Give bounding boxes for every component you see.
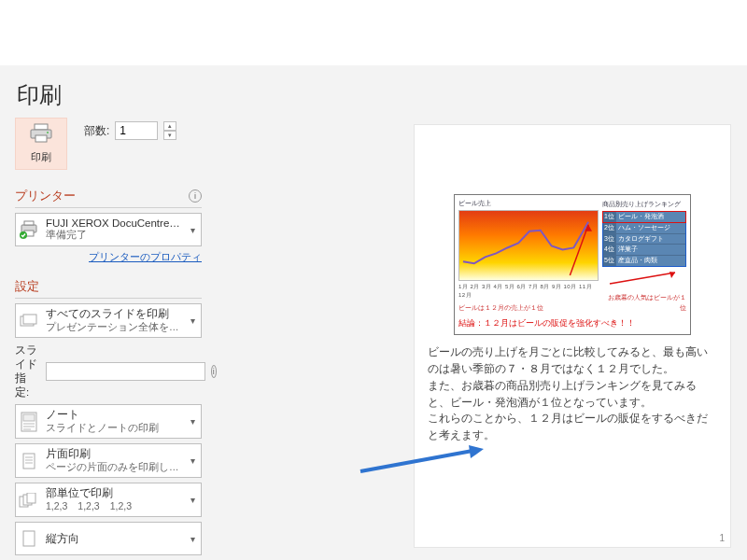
window-chrome-gap (0, 0, 747, 65)
one-sided-icon (16, 445, 42, 477)
section-settings: 設定 (15, 273, 202, 299)
svg-line-23 (570, 225, 588, 275)
copies-spinner[interactable]: ▴ ▾ (163, 121, 176, 140)
svg-rect-22 (23, 531, 35, 546)
printer-properties-link[interactable]: プリンターのプロパティ (89, 251, 202, 262)
svg-rect-9 (23, 315, 36, 324)
chevron-down-icon: ▾ (184, 455, 201, 466)
svg-rect-5 (24, 221, 34, 225)
print-button-label: 印刷 (31, 150, 51, 164)
print-range-sub: プレゼンテーション全体を印刷し… (46, 321, 180, 334)
page-title: 印刷 (17, 80, 732, 110)
printer-icon (29, 123, 53, 147)
chart-x-axis: 1月 2月 3月 4月 5月 6月 7月 8月 9月 10月 11月 12月 (458, 281, 599, 301)
preview-slide: ビール売上 1月 2月 3月 4月 5月 6月 7月 8月 9月 10月 11月… (454, 194, 691, 335)
printer-name: FUJI XEROX DocuCentre… (46, 217, 180, 229)
svg-line-27 (360, 451, 472, 471)
chart-caption-right: お歳暮の人気はビールが１位 (602, 293, 686, 314)
print-range-dropdown[interactable]: すべてのスライドを印刷 プレゼンテーション全体を印刷し… ▾ (15, 303, 202, 338)
printer-info-icon[interactable]: i (189, 189, 202, 203)
svg-rect-0 (35, 124, 48, 130)
chevron-down-icon: ▾ (184, 495, 201, 505)
sides-title: 片面印刷 (46, 447, 180, 461)
orientation-title: 縦方向 (46, 532, 180, 546)
preview-page-number: 1 (719, 531, 725, 546)
svg-rect-11 (23, 414, 35, 421)
rank-table: 1位ビール・発泡酒 2位ハム・ソーセージ 3位カタログギフト 4位洋菓子 5位産… (602, 211, 686, 267)
chevron-down-icon: ▾ (184, 225, 201, 235)
section-settings-label: 設定 (15, 278, 39, 295)
layout-sub: スライドとノートの印刷 (46, 422, 180, 435)
chart-caption-left: ビールは１２月の売上が１位 (458, 303, 599, 314)
slide-spec-input[interactable] (46, 362, 205, 381)
rank-header: 商品別売り上げランキング (602, 199, 686, 211)
copies-up[interactable]: ▴ (163, 121, 176, 131)
rank-arrow-icon (602, 269, 686, 286)
printer-status: 準備完了 (46, 229, 180, 242)
collate-title: 部単位で印刷 (46, 486, 180, 500)
svg-marker-28 (469, 445, 484, 458)
svg-rect-21 (27, 493, 35, 503)
copies-down[interactable]: ▾ (163, 131, 176, 140)
collate-icon (16, 484, 42, 516)
svg-rect-2 (35, 135, 47, 142)
orientation-dropdown[interactable]: 縦方向 ▾ (15, 522, 202, 555)
section-printer: プリンター i (15, 183, 202, 208)
slides-icon (16, 305, 42, 337)
printer-ready-icon (16, 214, 42, 245)
portrait-icon (16, 523, 42, 554)
callout-arrow-icon (355, 443, 486, 480)
layout-title: ノート (46, 408, 180, 422)
sides-sub: ページの片面のみを印刷します (46, 461, 180, 474)
svg-line-25 (610, 273, 675, 284)
layout-dropdown[interactable]: ノート スライドとノートの印刷 ▾ (15, 404, 202, 439)
chart-title: ビール売上 (458, 199, 599, 209)
slide-spec-info-icon[interactable]: i (211, 365, 217, 378)
chevron-down-icon: ▾ (184, 416, 201, 427)
copies-input[interactable] (115, 121, 158, 140)
print-backstage-panel: 印刷 印刷 部数: ▴ ▾ プリンター i FUJI XEROX DocuCen… (0, 65, 747, 560)
sides-dropdown[interactable]: 片面印刷 ページの片面のみを印刷します ▾ (15, 443, 202, 478)
collate-sub: 1,2,3 1,2,3 1,2,3 (46, 500, 180, 513)
chevron-down-icon: ▾ (184, 534, 201, 544)
print-range-title: すべてのスライドを印刷 (46, 307, 180, 321)
chart-plot (458, 210, 599, 281)
svg-marker-26 (669, 272, 675, 278)
chevron-down-icon: ▾ (184, 315, 201, 326)
slide-spec-label: スライド指定: (15, 343, 40, 399)
print-preview: ビール売上 1月 2月 3月 4月 5月 6月 7月 8月 9月 10月 11月… (415, 125, 730, 547)
svg-point-3 (47, 132, 49, 133)
svg-rect-15 (23, 454, 35, 469)
collate-dropdown[interactable]: 部単位で印刷 1,2,3 1,2,3 1,2,3 ▾ (15, 483, 202, 517)
printer-dropdown[interactable]: FUJI XEROX DocuCentre… 準備完了 ▾ (15, 213, 202, 246)
notes-layout-icon (16, 406, 42, 438)
chart-conclusion: 結論：１２月はビールの販促を強化すべき！！ (458, 317, 686, 330)
copies-label: 部数: (84, 123, 109, 139)
print-button[interactable]: 印刷 (15, 118, 67, 170)
section-printer-label: プリンター (15, 188, 76, 204)
preview-notes-text: ビールの売り上げを月ごとに比較してみると、最も高いのは暑い季節の７・８月ではなく… (428, 344, 717, 444)
